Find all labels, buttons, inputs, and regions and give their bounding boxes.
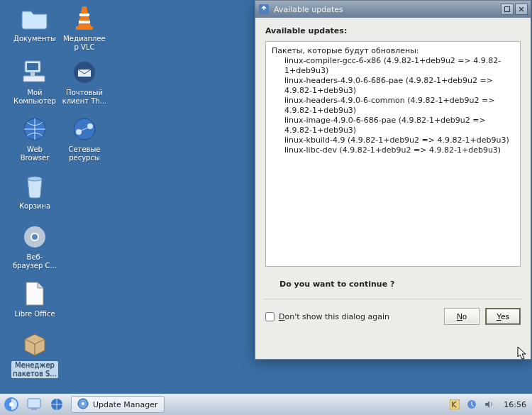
- svg-rect-17: [505, 7, 510, 12]
- package-list-header: Пакеты, которые будут обновлены:: [272, 46, 514, 56]
- svg-point-5: [28, 177, 42, 181]
- folder-icon: [21, 4, 49, 33]
- chromium-icon: [21, 223, 49, 251]
- svg-rect-25: [450, 399, 460, 409]
- svg-rect-11: [76, 26, 93, 30]
- computer-icon: [21, 58, 49, 87]
- desktop-icon-label: Веб-браузер С...: [11, 253, 58, 270]
- trash-icon: [21, 172, 49, 200]
- desktop-icon-thunderbird[interactable]: Почтовыйклиент Th...: [61, 58, 108, 106]
- svg-point-8: [32, 234, 38, 240]
- disc-icon: [77, 398, 89, 411]
- tray-kde-icon[interactable]: [448, 398, 461, 411]
- mail-icon: [70, 58, 99, 87]
- svg-rect-20: [28, 399, 40, 408]
- svg-rect-1: [27, 63, 38, 70]
- desktop-icon-label: Libre Office: [11, 310, 58, 319]
- start-button[interactable]: [1, 395, 21, 414]
- update-dialog: Available updates Available updates: Пак…: [255, 0, 531, 360]
- document-icon: [21, 280, 49, 308]
- desktop-icon-network[interactable]: Сетевыересурсы: [61, 115, 108, 162]
- desktop-icon-mycomputer[interactable]: МойКомпьютер: [11, 58, 58, 106]
- taskbar: Update Manager 16:56: [0, 394, 532, 415]
- dialog-body: Available updates: Пакеты, которые будут…: [255, 18, 531, 359]
- svg-rect-3: [31, 72, 35, 76]
- svg-rect-9: [79, 13, 89, 16]
- titlebar[interactable]: Available updates: [255, 1, 531, 18]
- svg-rect-10: [79, 21, 90, 23]
- dont-show-checkbox[interactable]: [265, 312, 275, 321]
- globe-icon: [21, 115, 49, 143]
- desktop-icon-label: Корзина: [11, 202, 58, 211]
- svg-point-24: [82, 402, 84, 405]
- quick-launch-browser[interactable]: [47, 395, 67, 414]
- list-item: linux-kbuild-4.9 (4.9.82-1+deb9u2 => 4.9…: [272, 135, 514, 145]
- yes-button[interactable]: Yes: [485, 308, 521, 325]
- package-icon: [21, 331, 49, 359]
- window-title: Available updates: [274, 5, 499, 14]
- system-tray: [448, 398, 498, 411]
- package-list[interactable]: Пакеты, которые будут обновлены: linux-c…: [265, 41, 521, 267]
- network-icon: [70, 115, 99, 143]
- svg-rect-21: [31, 408, 37, 410]
- dont-show-label[interactable]: Don't show this dialog again: [279, 312, 389, 321]
- separator: [264, 299, 522, 299]
- list-item: linux-headers-4.9.0-6-686-pae (4.9.82-1+…: [272, 76, 514, 96]
- taskbar-clock[interactable]: 16:56: [498, 400, 532, 409]
- desktop-icon-vlc[interactable]: Медиаплеер VLC: [61, 4, 108, 52]
- no-button[interactable]: No: [444, 308, 480, 325]
- desktop-icon-chromium[interactable]: Веб-браузер С...: [11, 223, 58, 270]
- tray-volume-icon[interactable]: [482, 398, 495, 411]
- taskbar-task-update-manager[interactable]: Update Manager: [71, 396, 165, 413]
- list-item: linux-libc-dev (4.9.82-1+deb9u2 => 4.9.8…: [272, 145, 514, 155]
- list-item: linux-compiler-gcc-6-x86 (4.9.82-1+deb9u…: [272, 56, 514, 76]
- confirm-question: Do you want to continue ?: [279, 280, 521, 289]
- tray-updates-icon[interactable]: [465, 398, 478, 411]
- desktop-icon-trash[interactable]: Корзина: [11, 172, 58, 211]
- desktop-icon-label: МойКомпьютер: [11, 89, 58, 106]
- dialog-heading: Available updates:: [265, 26, 521, 35]
- svg-point-14: [76, 129, 82, 135]
- desktop-icon-label: Сетевыересурсы: [61, 145, 108, 162]
- svg-rect-2: [23, 76, 45, 82]
- desktop-icon-webbrowser[interactable]: WebBrowser: [11, 115, 58, 162]
- list-item: linux-image-4.9.0-6-686-pae (4.9.82-1+de…: [272, 116, 514, 135]
- desktop-icon-label: Медиаплеер VLC: [61, 35, 108, 52]
- window-app-icon: [258, 4, 270, 15]
- svg-point-19: [9, 402, 13, 406]
- dont-show-again[interactable]: Don't show this dialog again: [265, 312, 389, 321]
- taskbar-task-label: Update Manager: [93, 400, 158, 409]
- desktop-icon-documents[interactable]: Документы: [11, 4, 58, 43]
- list-item: linux-headers-4.9.0-6-common (4.9.82-1+d…: [272, 96, 514, 116]
- dialog-footer: Don't show this dialog again No Yes: [265, 308, 521, 325]
- desktop-icon-label: Документы: [11, 35, 58, 43]
- close-button[interactable]: [515, 4, 528, 15]
- maximize-button[interactable]: [501, 4, 514, 15]
- desktop-icon-libreoffice[interactable]: Libre Office: [11, 280, 58, 319]
- show-desktop-button[interactable]: [24, 395, 44, 414]
- desktop-icon-label: WebBrowser: [11, 145, 58, 162]
- svg-point-15: [87, 123, 93, 129]
- desktop-icon-pkgmanager[interactable]: Менеджерпакетов S...: [11, 331, 58, 378]
- desktop-icon-label: Менеджерпакетов S...: [11, 361, 58, 378]
- desktop-icon-label: Почтовыйклиент Th...: [61, 89, 108, 106]
- vlc-cone-icon: [70, 4, 99, 33]
